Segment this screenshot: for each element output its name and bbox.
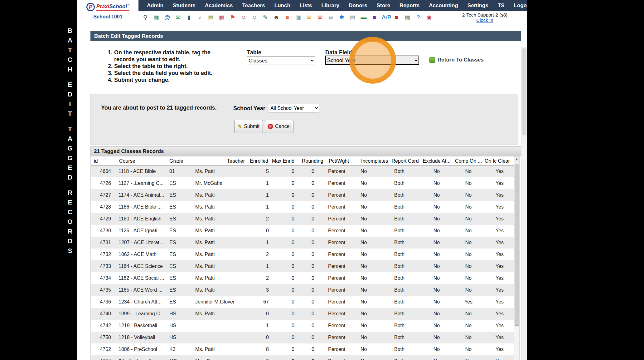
clock-in-link[interactable]: Clock In [476,17,493,23]
staff-icon[interactable]: ☺ [327,14,335,21]
table-row[interactable]: 4729 1160 - ACE English ES Ms. Patti 2 0… [91,213,519,225]
page-scrollbar[interactable] [521,47,527,360]
nav-library[interactable]: Library [317,2,344,9]
logo-block[interactable]: P PraxiSchool™ School 1001 [77,0,138,23]
nav-store[interactable]: Store [372,2,395,9]
table-row[interactable]: 4752 1086 - PreSchool K3 Ms. Patti 8 0 0… [91,343,519,355]
nav-lists[interactable]: Lists [295,2,317,9]
table-row[interactable]: 4750 1218 - Volleyball HS 0 0 0 Percent … [91,332,519,343]
nav-settings[interactable]: Settings [463,2,493,9]
school-year-select[interactable]: All School Year [269,104,319,112]
email-icon[interactable]: @ [163,14,171,21]
admissions-icon[interactable]: ☺ [240,14,247,21]
cell-incompletes: No [356,355,389,360]
nav-accounting[interactable]: Accounting [424,2,463,9]
table-row[interactable]: 4754 64 - Keyboarding MS Mrs. Cravens 0 … [91,355,519,360]
table-row[interactable]: 4734 1162 - ACE Social ... ES Ms. Patti … [91,272,519,284]
scheduler-icon[interactable]: ✱ [338,14,346,21]
mobile-icon[interactable]: ▮ [185,14,193,21]
cell-pct-wght: Percent [324,296,356,308]
nav-students[interactable]: Students [168,2,200,9]
cell-course: 1165 - ACE Word ... [115,284,166,296]
page-scrollbar-thumb[interactable] [522,48,526,136]
nav-reports[interactable]: Reports [395,2,424,9]
column-header[interactable]: Incompletes [356,156,389,165]
table-row[interactable]: 4730 1126 - ACE Ignati... ES Ms. Patti 0… [91,225,519,237]
broadcast-icon[interactable]: ⚑ [229,14,236,21]
cell-pct-wght: Percent [324,260,356,272]
nav-teachers[interactable]: Teachers [237,2,269,9]
print-icon[interactable]: ▦ [404,14,411,21]
announcements-icon[interactable]: ♪ [196,14,204,21]
column-header[interactable]: Rounding [298,156,324,165]
table-scrollbar[interactable]: ▲ [514,156,519,360]
column-header[interactable]: Exclude At... [421,156,452,165]
return-to-classes-link[interactable]: Return To Classes [429,57,484,63]
gradebook-icon[interactable]: ▦ [153,14,160,21]
cell-incompletes: No [356,260,389,272]
cell-comp-on: No [452,249,485,260]
families-icon[interactable]: ☻ [273,14,280,21]
column-header[interactable]: On Ic Clear [485,156,515,165]
nav-lunch[interactable]: Lunch [270,2,295,9]
cancel-button[interactable]: ✖ Cancel [265,120,293,133]
table-row[interactable]: 4735 1165 - ACE Word ... ES Ms. Patti 3 … [91,284,519,296]
table-row[interactable]: 4731 1207 - ACE Literat... ES Ms. Patti … [91,237,519,249]
search-icon[interactable]: ⚲ [142,14,149,21]
cash-drawer-icon[interactable]: ▣ [371,14,378,21]
nav-logout[interactable]: Logout [509,2,527,9]
column-header[interactable]: Pct/Wght [324,156,356,165]
column-header[interactable]: Enrolled [248,156,272,165]
lunch-icon[interactable]: ≡ [283,14,291,21]
calendar-icon[interactable]: ▦ [218,14,225,21]
pdf-icon[interactable]: ■ [393,14,400,21]
table-row[interactable]: 4732 1062 - ACE Math ES Ms. Patti 2 0 0 … [91,249,519,260]
vertical-label-word: TAGGED [66,125,74,183]
student-icon[interactable]: ☺ [251,14,258,21]
column-header[interactable]: Report Card [389,156,421,165]
nav-academics[interactable]: Academics [200,2,238,9]
table-select[interactable]: Classes [247,57,315,65]
table-row[interactable]: 4726 1127 - .Learning C... ES Mr. McGaha… [91,177,519,189]
table-select-label: Table [247,49,261,56]
data-field-select[interactable]: School Year [325,56,419,65]
column-header[interactable]: Grade [166,156,191,165]
column-header[interactable]: Max Enrld [272,156,298,165]
notes-icon[interactable]: ✎ [262,14,269,21]
table-row[interactable]: 4727 1174 - ACE Animal... ES Ms. Patti 1… [91,189,519,201]
table-row[interactable]: 4733 1164 - ACE Science ES Ms. Patti 1 0… [91,260,519,272]
logout-icon[interactable]: ◉ [425,14,433,21]
payments-icon[interactable]: ▬ [360,14,367,21]
nav-ts[interactable]: TS [493,2,509,9]
table-row[interactable]: 4728 1166 - ACE Bible ... ES Ms. Patti 1… [91,201,519,213]
forms-icon[interactable]: ▥ [294,14,302,21]
scroll-up-arrow-icon[interactable]: ▲ [514,156,519,162]
cell-course: 1234 - Church Att... [115,296,166,308]
cell-rounding: 0 [298,272,324,284]
ap-icon[interactable]: A/P [382,14,389,21]
cell-max-enrld: 0 [272,177,298,189]
table-row[interactable]: 4736 1234 - Church Att... ES Jennifer M.… [91,296,519,308]
table-scrollbar-thumb[interactable] [515,164,519,326]
table-row[interactable]: 4740 1099 - .Learning C... HS Ms. Patti … [91,308,519,320]
cell-id: 4735 [91,284,115,296]
table-row[interactable]: 4664 1118 - ACE Bible 01 Ms. Patti 5 0 0… [91,165,519,177]
nav-donors[interactable]: Donors [344,2,372,9]
messages-icon[interactable]: ✉ [174,14,182,21]
cell-course: 1219 - Basketball [115,320,166,332]
column-header[interactable]: Course [115,156,166,165]
lists-icon[interactable]: ▤ [349,14,356,21]
nav-admin[interactable]: Admin [142,2,168,9]
send-mail-icon[interactable]: ✉ [316,14,324,21]
column-header[interactable]: Comp On ... [452,156,485,165]
help-icon[interactable]: ? [414,14,422,21]
submit-button[interactable]: ✎ Submit [234,120,263,133]
column-header[interactable]: Teacher [191,156,248,165]
column-header[interactable]: id [91,156,115,165]
cell-pct-wght: Percent [324,332,356,343]
mail-merge-icon[interactable]: ✉ [305,14,313,21]
attendance-icon[interactable]: ▤ [207,14,215,21]
cell-incompletes: No [356,177,389,189]
cell-on-ic-clear: Yes [485,225,515,237]
table-row[interactable]: 4742 1219 - Basketball HS 1 0 0 Percent … [91,320,519,332]
